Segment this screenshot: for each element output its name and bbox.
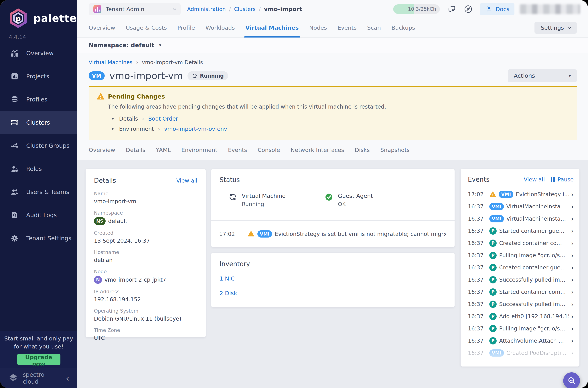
clusters-icon	[10, 118, 19, 127]
pending-change-link[interactable]: vmo-import-vm-ovfenv	[164, 126, 227, 132]
upgrade-now-button[interactable]: Upgrade now	[17, 354, 60, 365]
subtab-environment[interactable]: Environment	[181, 147, 217, 153]
event-row[interactable]: 16:37PPulling image "gcr.io/s…›	[468, 249, 574, 261]
sidebar-collapse-icon[interactable]: ‹	[66, 374, 69, 383]
subtab-network-interfaces[interactable]: Network Interfaces	[291, 147, 344, 153]
detail-field-value: debian	[94, 256, 197, 264]
search-fab-button[interactable]	[563, 372, 580, 388]
sidebar-item-overview[interactable]: Overview	[0, 42, 77, 65]
event-text: Created PodDisrupti…	[506, 350, 568, 356]
breadcrumb-separator: /	[259, 6, 261, 12]
event-row[interactable]: 16:37PSuccessfully pulled im…›	[468, 274, 574, 286]
event-time: 16:37	[468, 264, 487, 271]
inventory-link-1-nic[interactable]: 1 NIC	[220, 275, 446, 282]
subtab-events[interactable]: Events	[228, 147, 247, 153]
tab-workloads[interactable]: Workloads	[205, 18, 235, 37]
event-row[interactable]: 16:37PStarted container com…›	[468, 286, 574, 298]
chat-icon[interactable]	[448, 5, 456, 13]
details-card: Details View all Namevmo-import-vmNamesp…	[86, 169, 206, 337]
sidebar-item-users-teams[interactable]: Users & Teams	[0, 180, 77, 203]
event-time: 16:37	[468, 276, 487, 283]
brand-logo-row: p palette	[0, 0, 77, 28]
chevron-down-icon	[173, 7, 176, 10]
tab-usage-costs[interactable]: Usage & Costs	[126, 18, 167, 37]
usage-meter: 10.3/25kCh	[393, 4, 440, 14]
status-item-label: Virtual Machine	[242, 193, 286, 199]
pause-icon	[551, 177, 555, 182]
events-actions: View all Pause	[524, 176, 574, 183]
subtab-details[interactable]: Details	[126, 147, 145, 153]
event-row[interactable]: 16:37PAdd eth0 [192.168.194.15…›	[468, 310, 574, 322]
event-row[interactable]: 16:37PSuccessfully pulled im…›	[468, 298, 574, 310]
sidebar-item-label: Users & Teams	[26, 189, 69, 195]
chevron-right-icon: ›	[571, 325, 574, 332]
sidebar-item-profiles[interactable]: Profiles	[0, 88, 77, 111]
status-alert-row[interactable]: 17:02 VMI EvictionStrategy is set but vm…	[211, 220, 454, 247]
caret-down-icon[interactable]: ▾	[159, 43, 161, 48]
sidebar-item-label: Tenant Settings	[26, 235, 71, 242]
tab-overview[interactable]: Overview	[89, 18, 115, 37]
event-row[interactable]: 16:37PCreated container co…›	[468, 237, 574, 249]
chevron-right-icon: ›	[571, 191, 574, 198]
event-row[interactable]: 16:37VMIVirtualMachineInsta…›	[468, 213, 574, 225]
breadcrumb-link[interactable]: Administration	[187, 6, 226, 12]
sidebar-item-audit-logs[interactable]: Audit Logs	[0, 203, 77, 227]
tab-events[interactable]: Events	[338, 18, 357, 37]
sidebar-item-label: Clusters	[26, 119, 50, 126]
event-time: 16:37	[468, 338, 487, 344]
tenant-selector[interactable]: Tenant Admin	[89, 3, 181, 15]
sidebar-item-roles[interactable]: Roles	[0, 157, 77, 180]
docs-button[interactable]: Docs	[480, 3, 515, 15]
event-row[interactable]: 16:37PPulling image "gcr.io/s…›	[468, 322, 574, 335]
event-row[interactable]: 16:37VMIVirtualMachineInsta…›	[468, 200, 574, 213]
events-view-all-link[interactable]: View all	[524, 176, 545, 183]
tab-profile[interactable]: Profile	[178, 18, 195, 37]
event-row[interactable]: 17:02VMIEvictionStrategy i…›	[468, 188, 574, 200]
event-time: 16:37	[468, 325, 487, 332]
settings-button[interactable]: Settings	[535, 22, 577, 34]
chevron-right-icon: ›	[444, 230, 447, 237]
bullet-dot	[112, 128, 113, 130]
sidebar-item-clusters[interactable]: Clusters	[0, 111, 77, 134]
redacted-user-info	[520, 4, 580, 14]
subtab-console[interactable]: Console	[258, 147, 280, 153]
events-pause-button[interactable]: Pause	[551, 176, 574, 183]
event-time: 16:37	[468, 313, 487, 319]
breadcrumb-current: vmo-import	[264, 6, 302, 13]
node-badge: N	[94, 276, 102, 284]
users-teams-icon	[10, 188, 19, 196]
compass-icon[interactable]	[464, 5, 473, 13]
tab-scan[interactable]: Scan	[367, 18, 381, 37]
event-row[interactable]: 16:37PCreated container gue…›	[468, 261, 574, 274]
namespace-badge: NS	[94, 217, 106, 225]
subtab-snapshots[interactable]: Snapshots	[380, 147, 410, 153]
tab-nodes[interactable]: Nodes	[309, 18, 327, 37]
vmi-badge: VMI	[489, 349, 504, 357]
details-fields: Namevmo-import-vmNamespaceNSdefaultCreat…	[94, 191, 197, 342]
detail-field: NamespaceNSdefault	[94, 210, 197, 225]
sidebar-item-tenant-settings[interactable]: Tenant Settings	[0, 227, 77, 250]
subtab-overview[interactable]: Overview	[89, 147, 115, 153]
inventory-link-2-disk[interactable]: 2 Disk	[220, 290, 446, 296]
event-row[interactable]: 16:37PStarted container gue…›	[468, 225, 574, 237]
detail-field-value: vmo-import-vm	[94, 198, 197, 205]
chevron-right-icon: ›	[571, 276, 574, 283]
event-row[interactable]: 16:37PAttachVolume.Attach …›	[468, 335, 574, 347]
event-time: 16:37	[468, 301, 487, 307]
pending-change-link[interactable]: Boot Order	[148, 116, 178, 122]
subtab-disks[interactable]: Disks	[355, 147, 370, 153]
event-time: 16:37	[468, 203, 487, 210]
breadcrumb-link[interactable]: Clusters	[234, 6, 256, 12]
actions-button[interactable]: Actions ▾	[508, 69, 577, 82]
pending-changes-description: The following areas have pending changes…	[108, 103, 569, 110]
detail-field-label: Namespace	[94, 210, 197, 216]
vm-breadcrumb-link[interactable]: Virtual Machines	[89, 59, 132, 65]
subtab-yaml[interactable]: YAML	[156, 147, 171, 153]
event-row[interactable]: 16:37VMICreated PodDisrupti…›	[468, 347, 574, 359]
tab-backups[interactable]: Backups	[391, 18, 415, 37]
sidebar-item-cluster-groups[interactable]: Cluster Groups	[0, 134, 77, 157]
details-view-all-link[interactable]: View all	[176, 177, 197, 184]
tab-virtual-machines[interactable]: Virtual Machines	[245, 18, 299, 37]
detail-field-label: Operating System	[94, 308, 197, 314]
sidebar-item-projects[interactable]: Projects	[0, 65, 77, 88]
